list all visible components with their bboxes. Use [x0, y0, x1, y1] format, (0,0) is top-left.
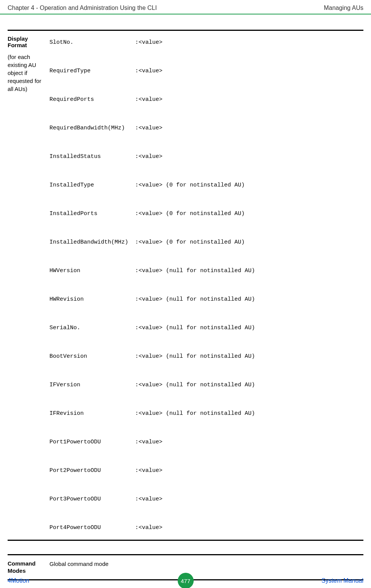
command-modes-label: Command Modes	[8, 560, 49, 575]
footer-product: 4Motion	[8, 577, 29, 584]
display-format-section: Display Format (for each existing AU obj…	[8, 30, 363, 541]
display-format-label: Display Format	[8, 35, 46, 48]
page-header: Chapter 4 - Operation and Administration…	[0, 0, 371, 14]
display-format-content: SlotNo. :<value> RequiredType :<value> R…	[49, 35, 363, 535]
page-footer: 4Motion 477 System Manual	[0, 574, 371, 588]
display-label-column: Display Format (for each existing AU obj…	[8, 35, 49, 535]
display-format-sublabel: (for each existing AU object if requeste…	[8, 53, 46, 93]
page-number-badge: 477	[178, 573, 194, 588]
header-chapter: Chapter 4 - Operation and Administration…	[8, 5, 157, 11]
command-modes-content: Global command mode	[49, 560, 363, 575]
footer-manual: System Manual	[322, 577, 363, 584]
header-section: Managing AUs	[324, 5, 363, 11]
page-content: Display Format (for each existing AU obj…	[0, 14, 371, 588]
